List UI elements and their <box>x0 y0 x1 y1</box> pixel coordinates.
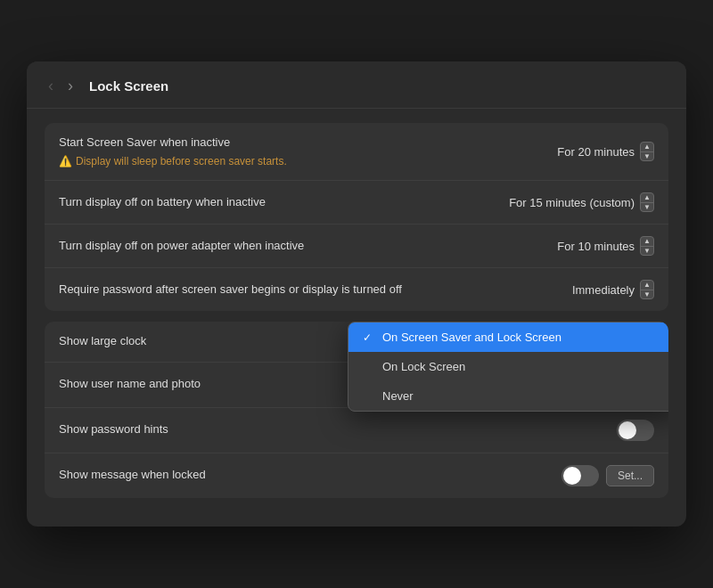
show-message-toggle[interactable] <box>561 465 599 486</box>
check-icon: ✓ <box>363 331 375 344</box>
forward-button[interactable]: › <box>64 76 77 95</box>
set-message-button[interactable]: Set... <box>606 465 654 486</box>
dropdown-option-label-2: On Lock Screen <box>382 360 465 373</box>
stepper-up[interactable]: ▲ <box>641 143 653 152</box>
screen-saver-label: Start Screen Saver when inactive ⚠️ Disp… <box>59 135 557 168</box>
stepper-up-battery[interactable]: ▲ <box>641 193 653 203</box>
stepper-down-battery[interactable]: ▼ <box>641 203 653 212</box>
clock-dropdown-menu: ✓ On Screen Saver and Lock Screen On Loc… <box>348 322 668 412</box>
warning-icon: ⚠️ <box>59 154 72 169</box>
stepper-up-adapter[interactable]: ▲ <box>641 237 653 247</box>
toggle-knob-message <box>563 467 581 485</box>
title-bar: ‹ › Lock Screen <box>27 61 686 109</box>
dropdown-option-label: On Screen Saver and Lock Screen <box>382 331 561 344</box>
adapter-display-control: For 10 minutes ▲ ▼ <box>557 236 654 256</box>
stepper-down[interactable]: ▼ <box>641 152 653 161</box>
screen-saver-stepper[interactable]: ▲ ▼ <box>640 142 654 161</box>
adapter-display-label: Turn display off on power adapter when i… <box>59 238 557 254</box>
lock-screen-options-card: Show large clock ✓ On Screen Saver and L… <box>45 322 668 497</box>
require-password-label: Require password after screen saver begi… <box>59 282 572 298</box>
display-settings-card: Start Screen Saver when inactive ⚠️ Disp… <box>45 123 668 311</box>
page-title: Lock Screen <box>89 78 168 94</box>
dropdown-option-on-screen-saver[interactable]: ✓ On Screen Saver and Lock Screen <box>348 323 668 352</box>
stepper-up-password[interactable]: ▲ <box>641 281 653 290</box>
screen-saver-value: For 20 minutes <box>557 145 635 159</box>
adapter-display-row: Turn display off on power adapter when i… <box>45 225 668 268</box>
show-password-hints-row: Show password hints <box>45 408 668 453</box>
adapter-display-value: For 10 minutes <box>557 240 635 253</box>
settings-content: Start Screen Saver when inactive ⚠️ Disp… <box>27 109 686 497</box>
back-button[interactable]: ‹ <box>45 76 57 95</box>
dropdown-option-never[interactable]: Never <box>348 381 668 411</box>
dropdown-option-label-3: Never <box>382 389 414 403</box>
show-password-hints-toggle[interactable] <box>617 420 654 441</box>
password-stepper[interactable]: ▲ ▼ <box>640 280 654 299</box>
toggle-knob-hints <box>619 421 636 439</box>
screen-saver-control: For 20 minutes ▲ ▼ <box>557 142 654 161</box>
battery-display-value: For 15 minutes (custom) <box>509 196 635 209</box>
screen-saver-row: Start Screen Saver when inactive ⚠️ Disp… <box>45 123 668 181</box>
battery-display-row: Turn display off on battery when inactiv… <box>45 181 668 225</box>
show-message-label: Show message when locked <box>59 467 561 483</box>
battery-stepper[interactable]: ▲ ▼ <box>640 192 654 212</box>
require-password-value: Immediately <box>572 283 635 297</box>
show-clock-row: Show large clock ✓ On Screen Saver and L… <box>45 322 668 362</box>
lock-screen-window: ‹ › Lock Screen Start Screen Saver when … <box>27 61 686 526</box>
stepper-down-password[interactable]: ▼ <box>641 290 653 299</box>
battery-display-label: Turn display off on battery when inactiv… <box>59 194 509 210</box>
adapter-stepper[interactable]: ▲ ▼ <box>640 236 654 256</box>
show-message-row: Show message when locked Set... <box>45 453 668 498</box>
show-message-controls: Set... <box>561 465 654 486</box>
dropdown-option-on-lock-screen[interactable]: On Lock Screen <box>348 352 668 381</box>
battery-display-control: For 15 minutes (custom) ▲ ▼ <box>509 192 654 212</box>
screen-saver-warning: ⚠️ Display will sleep before screen save… <box>59 154 543 169</box>
require-password-control: Immediately ▲ ▼ <box>572 280 654 299</box>
require-password-row: Require password after screen saver begi… <box>45 268 668 311</box>
stepper-down-adapter[interactable]: ▼ <box>641 247 653 256</box>
show-password-hints-label: Show password hints <box>59 421 617 437</box>
clock-dropdown-container: ✓ On Screen Saver and Lock Screen On Loc… <box>348 322 668 412</box>
